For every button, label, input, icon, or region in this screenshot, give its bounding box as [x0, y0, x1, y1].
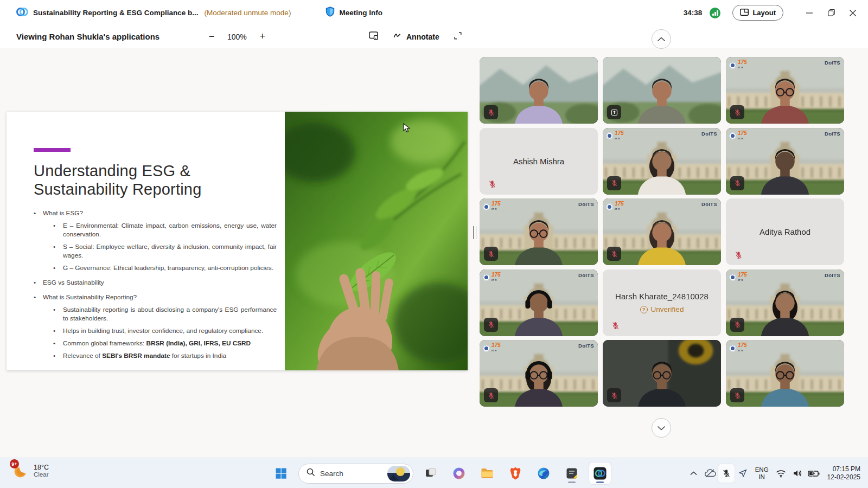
- participant-tile[interactable]: [480, 57, 598, 124]
- participant-tile[interactable]: Ashish Mishra: [480, 128, 598, 195]
- participant-tile[interactable]: 175IIT RDoITS: [480, 198, 598, 265]
- location-icon[interactable]: [735, 464, 751, 483]
- restore-button[interactable]: [820, 0, 842, 25]
- participant-name: Ashish Mishra: [513, 157, 564, 166]
- doits-watermark: DoITS: [701, 201, 717, 207]
- start-button[interactable]: [270, 463, 292, 484]
- scroll-up-button[interactable]: [652, 29, 671, 49]
- iit-roorkee-logo: 175IIT R: [483, 343, 501, 354]
- windows-taskbar: 9+ 18°C Clear Search: [0, 458, 868, 488]
- participant-video-panel: 175IIT RDoITSAshish Mishra175IIT RDoITS1…: [476, 48, 868, 458]
- zoom-level: 100%: [227, 33, 247, 41]
- moderated-mode-note: (Moderated unmute mode): [205, 9, 291, 17]
- task-view-icon[interactable]: [420, 463, 442, 484]
- participant-tile[interactable]: 175IIT RDoITS: [480, 269, 598, 336]
- titlebar: Sustainability Reporting & ESG Complianc…: [0, 0, 868, 25]
- mic-muted-icon: [730, 388, 744, 402]
- doits-watermark: DoITS: [825, 60, 840, 66]
- weather-moon-icon: 9+: [13, 463, 29, 479]
- iit-roorkee-logo: 175IIT R: [606, 201, 624, 212]
- edge-browser-icon[interactable]: [533, 463, 554, 484]
- participant-tile[interactable]: 175IIT R: [726, 340, 844, 407]
- slide-accent-bar: [34, 148, 71, 152]
- participant-tile[interactable]: 175IIT RDoITS: [726, 57, 844, 124]
- participant-tile[interactable]: 175IIT RDoITS: [726, 128, 844, 195]
- participant-tile[interactable]: 175IIT RDoITS: [603, 128, 721, 195]
- scroll-down-button[interactable]: [652, 418, 671, 438]
- mouse-cursor: [403, 123, 411, 133]
- layout-icon: [740, 9, 749, 17]
- mic-muted-icon: [484, 318, 498, 332]
- mic-muted-icon: [484, 105, 498, 119]
- mic-muted-icon: [608, 319, 622, 333]
- mic-muted-tray-icon[interactable]: [718, 464, 735, 483]
- weather-widget[interactable]: 9+ 18°C Clear: [13, 463, 49, 479]
- language-switcher[interactable]: ENGIN: [755, 466, 769, 480]
- iit-roorkee-logo: 175IIT R: [729, 272, 747, 283]
- shared-screen-area: Understanding ESG & Sustainability Repor…: [0, 48, 476, 458]
- copilot-icon[interactable]: [448, 463, 470, 484]
- participant-tile[interactable]: 175IIT RDoITS: [480, 340, 598, 407]
- slide-bullet: •Helps in building trust, investor confi…: [34, 326, 277, 335]
- share-toolbar: Viewing Rohan Shukla's applications − 10…: [0, 25, 868, 48]
- mic-muted-icon: [730, 318, 744, 332]
- file-explorer-icon[interactable]: [476, 463, 498, 484]
- webex-app-icon[interactable]: [589, 463, 611, 484]
- meeting-info-label: Meeting Info: [339, 9, 382, 17]
- participant-tile[interactable]: 175IIT RDoITS: [726, 269, 844, 336]
- slide-bullet: •ESG vs Sustainability: [34, 278, 277, 287]
- mic-muted-icon: [607, 176, 621, 190]
- doits-watermark: DoITS: [825, 131, 840, 137]
- doits-watermark: DoITS: [578, 343, 594, 349]
- brave-browser-icon[interactable]: [505, 463, 526, 484]
- iit-roorkee-logo: 175IIT R: [729, 343, 747, 354]
- participant-tile[interactable]: 175IIT RDoITS: [603, 198, 721, 265]
- tray-chevron-icon[interactable]: [686, 464, 702, 483]
- tray-time: 07:15 PM: [827, 465, 860, 473]
- search-icon: [307, 468, 315, 479]
- close-button[interactable]: [842, 0, 864, 25]
- view-options-icon[interactable]: [369, 31, 379, 42]
- layout-label: Layout: [752, 9, 776, 17]
- iit-roorkee-logo: 175IIT R: [483, 272, 501, 283]
- participant-grid: 175IIT RDoITSAshish Mishra175IIT RDoITS1…: [480, 57, 844, 407]
- connection-quality-icon[interactable]: [710, 8, 720, 18]
- mic-muted-icon: [730, 105, 744, 119]
- participant-tile[interactable]: [603, 340, 721, 407]
- wifi-icon[interactable]: [773, 464, 789, 483]
- participant-tile[interactable]: [603, 57, 721, 124]
- webex-logo-icon: [16, 6, 28, 20]
- participant-tile[interactable]: Aditya Rathod: [726, 198, 844, 265]
- doits-watermark: DoITS: [825, 272, 840, 278]
- search-highlight-image: [387, 466, 410, 481]
- onedrive-paused-icon[interactable]: [702, 464, 718, 483]
- annotate-button[interactable]: Annotate: [393, 32, 439, 41]
- slide-bullet-list: •What is ESG?•E – Environmental: Climate…: [34, 203, 277, 360]
- mic-muted-icon: [484, 247, 498, 261]
- doits-watermark: DoITS: [578, 272, 594, 278]
- iit-roorkee-logo: 175IIT R: [606, 131, 624, 142]
- slide-bullet: •E – Environmental: Climate impact, carb…: [34, 221, 277, 239]
- annotate-pen-icon: [393, 32, 403, 41]
- participant-tile[interactable]: Harsh Kharate_24810028?Unverified: [603, 269, 721, 336]
- notes-app-icon[interactable]: [561, 463, 583, 484]
- participant-name: Aditya Rathod: [760, 227, 810, 236]
- mic-muted-icon: [731, 248, 745, 262]
- doits-watermark: DoITS: [578, 201, 594, 207]
- iit-roorkee-logo: 175IIT R: [483, 201, 501, 212]
- zoom-in-button[interactable]: +: [256, 30, 269, 43]
- volume-icon[interactable]: [789, 464, 806, 483]
- battery-charging-icon[interactable]: [806, 464, 822, 483]
- slide-bullet: •Relevance of SEBI's BRSR mandate for st…: [34, 351, 277, 360]
- zoom-out-button[interactable]: −: [205, 30, 218, 43]
- meeting-title: Sustainability Reporting & ESG Complianc…: [33, 9, 199, 17]
- clock-widget[interactable]: 07:15 PM 12-02-2025: [827, 465, 860, 481]
- layout-button[interactable]: Layout: [732, 5, 783, 21]
- expand-view-icon[interactable]: [454, 31, 462, 42]
- participant-name: Harsh Kharate_24810028: [615, 292, 709, 301]
- notification-badge: 9+: [10, 459, 19, 468]
- search-input[interactable]: Search: [298, 464, 413, 484]
- meeting-info-button[interactable]: Meeting Info: [326, 7, 382, 19]
- minimize-button[interactable]: [799, 0, 820, 25]
- tray-date: 12-02-2025: [827, 473, 860, 481]
